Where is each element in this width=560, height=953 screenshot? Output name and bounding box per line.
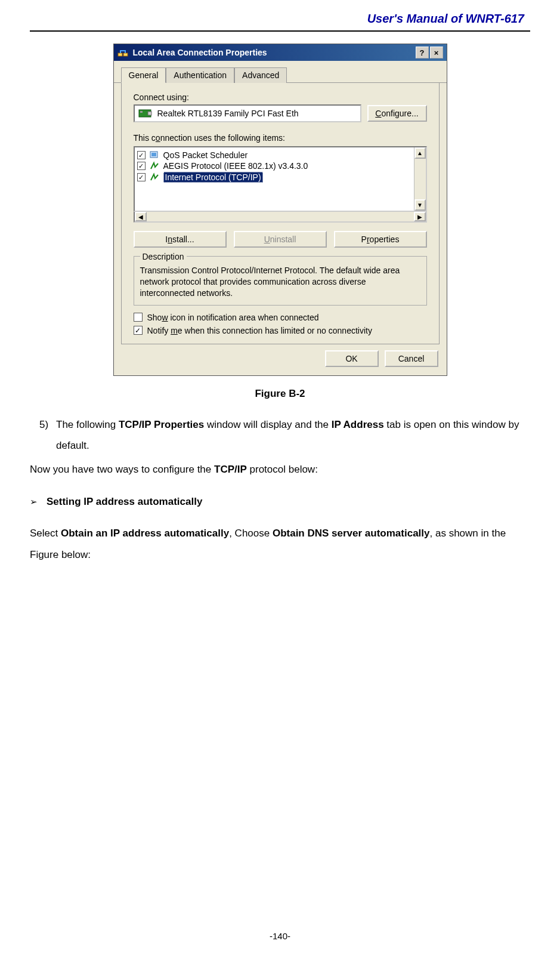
tab-strip: General Authentication Advanced [114,61,447,83]
scroll-right-icon[interactable]: ▶ [414,212,426,221]
adapter-field[interactable]: Realtek RTL8139 Family PCI Fast Eth [134,104,361,122]
scroll-up-icon[interactable]: ▲ [414,147,426,159]
description-group: Description Transmission Control Protoco… [134,256,427,306]
item-buttons-row: Install... Uninstall Properties [134,231,427,248]
connection-items-list[interactable]: ✓ QoS Packet Scheduler ✓ AEGIS Protoco [134,146,427,212]
tab-advanced[interactable]: Advanced [234,67,287,83]
uninstall-button[interactable]: Uninstall [234,231,327,248]
svg-rect-3 [140,111,143,113]
bold-text: TCP/IP [214,464,247,475]
svg-rect-0 [118,53,122,56]
bullet-item: ➢ Setting IP address automatically [30,491,530,513]
install-button[interactable]: Install... [134,231,227,248]
protocol-icon [149,161,160,171]
body-text: 5) The following TCP/IP Properties windo… [30,414,530,566]
tab-general[interactable]: General [121,67,166,83]
bold-text: Obtain DNS server automatically [273,528,430,539]
list-item[interactable]: ✓ AEGIS Protocol (IEEE 802.1x) v3.4.3.0 [136,161,413,171]
bold-text: Obtain an IP address automatically [61,528,229,539]
configure-button[interactable]: Configure... [367,105,427,122]
horizontal-scrollbar[interactable]: ◀ ▶ [134,211,427,223]
dialog-titlebar[interactable]: Local Area Connection Properties ? × [114,44,447,61]
config-line: Now you have two ways to configure the T… [30,459,530,480]
notify-label: Notify me when this connection has limit… [147,326,372,335]
show-icon-checkbox-row[interactable]: Show icon in notification area when conn… [134,313,427,322]
bold-text: IP Address [332,419,384,430]
svg-rect-4 [148,112,151,115]
step-number: 5) [30,414,56,457]
scroll-down-icon[interactable]: ▼ [414,199,426,211]
text: , Choose [229,528,273,539]
tab-body-general: Connect using: Realtek RTL8139 Family PC… [121,83,440,344]
checkbox-icon[interactable] [134,313,143,322]
protocol-icon [149,172,160,182]
figure-caption: Figure B-2 [30,388,530,400]
vertical-scrollbar[interactable]: ▲ ▼ [414,147,426,211]
adapter-row: Realtek RTL8139 Family PCI Fast Eth Conf… [134,104,427,122]
page-number: -140- [0,931,560,941]
close-button[interactable]: × [430,47,443,58]
text: protocol below: [247,464,318,475]
properties-dialog: Local Area Connection Properties ? × Gen… [113,44,447,376]
document-page: User's Manual of WNRT-617 Local Area Con… [0,0,560,953]
checkbox-icon[interactable]: ✓ [137,151,146,159]
bold-text: TCP/IP Properties [119,419,204,430]
item-label-selected: Internet Protocol (TCP/IP) [163,172,263,183]
checkbox-icon[interactable]: ✓ [137,173,146,181]
header-rule [30,30,530,32]
item-label: AEGIS Protocol (IEEE 802.1x) v3.4.3.0 [163,161,308,171]
help-button[interactable]: ? [416,47,429,58]
nic-icon [138,108,153,119]
tab-authentication[interactable]: Authentication [166,67,234,83]
connect-using-label: Connect using: [134,92,427,102]
description-legend: Description [140,252,187,261]
dialog-title: Local Area Connection Properties [133,48,416,57]
text: window will display and the [204,419,332,430]
text: Select [30,528,61,539]
select-line: Select Obtain an IP address automaticall… [30,523,530,565]
step-content: The following TCP/IP Properties window w… [56,414,530,457]
titlebar-buttons: ? × [416,47,443,58]
description-text: Transmission Control Protocol/Internet P… [140,265,420,299]
svg-rect-6 [151,153,156,156]
svg-rect-1 [123,53,128,56]
scroll-left-icon[interactable]: ◀ [135,212,147,221]
checkbox-icon[interactable]: ✓ [134,326,143,335]
connection-icon [117,47,128,58]
notify-checkbox-row[interactable]: ✓ Notify me when this connection has lim… [134,326,427,335]
cancel-button[interactable]: Cancel [385,350,438,367]
show-icon-label: Show icon in notification area when conn… [147,313,319,322]
list-item[interactable]: ✓ QoS Packet Scheduler [136,150,413,161]
adapter-name: Realtek RTL8139 Family PCI Fast Eth [157,109,299,118]
bullet-text: Setting IP address automatically [47,491,202,513]
ok-button[interactable]: OK [325,350,379,367]
item-label: QoS Packet Scheduler [163,150,248,160]
bullet-icon: ➢ [30,492,47,511]
items-label: This connection uses the following items… [134,133,427,143]
list-item[interactable]: ✓ Internet Protocol (TCP/IP) [136,171,413,183]
checkbox-icon[interactable]: ✓ [137,162,146,170]
dialog-footer: OK Cancel [114,350,447,375]
text: Now you have two ways to configure the [30,464,214,475]
scheduler-icon [149,150,160,160]
step-5: 5) The following TCP/IP Properties windo… [30,414,530,457]
dialog-figure: Local Area Connection Properties ? × Gen… [30,44,530,376]
properties-button[interactable]: Properties [334,231,427,248]
page-header-title: User's Manual of WNRT-617 [30,12,530,30]
items-list-inner: ✓ QoS Packet Scheduler ✓ AEGIS Protoco [135,147,414,211]
text: The following [56,419,119,430]
